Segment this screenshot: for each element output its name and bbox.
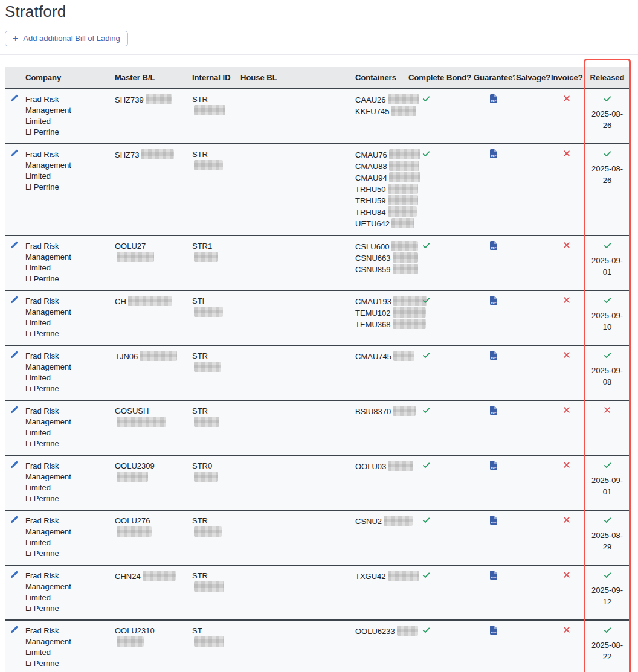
- internal-id-redaction: [194, 472, 218, 482]
- salvage-cell: [515, 235, 550, 290]
- internal-id-text: STR: [192, 516, 208, 525]
- house-bl-cell: [236, 345, 350, 400]
- internal-id-text: STR: [192, 95, 208, 104]
- pdf-file-icon[interactable]: PDF: [490, 243, 497, 252]
- add-bill-of-lading-button[interactable]: + Add additional Bill of Lading: [5, 31, 128, 46]
- container-text: TRHU59: [355, 196, 386, 205]
- house-bl-cell: [236, 290, 350, 345]
- container-line: TEMU102: [355, 307, 402, 319]
- container-text: OOLU6233: [355, 627, 395, 636]
- bond-cell: [445, 290, 472, 345]
- pdf-file-icon[interactable]: PDF: [490, 408, 497, 417]
- master-bl-redaction: [117, 472, 148, 482]
- edit-cell: [5, 89, 21, 144]
- pdf-file-icon[interactable]: PDF: [490, 627, 497, 636]
- released-cell: 2025-08-22: [584, 620, 631, 672]
- table-row: Frad Risk ManagementLimitedLi Perrine OO…: [5, 620, 631, 672]
- pdf-file-icon[interactable]: PDF: [490, 298, 497, 307]
- svg-text:PDF: PDF: [491, 246, 497, 249]
- bond-cell: [445, 510, 472, 565]
- container-redaction: [388, 184, 418, 194]
- company-cell: Frad Risk ManagementLimitedLi Perrine: [21, 235, 110, 290]
- guarantee-cell: PDF: [472, 510, 515, 565]
- released-cell: 2025-09-08: [584, 345, 631, 400]
- bills-table: Company Master B/L Internal ID House BL …: [5, 67, 631, 672]
- container-redaction: [388, 195, 418, 205]
- house-bl-cell: [236, 620, 350, 672]
- internal-id-cell: STR: [187, 144, 236, 235]
- bond-cell: [445, 345, 472, 400]
- released-check-icon: [603, 151, 612, 160]
- master-bl-redaction: [117, 526, 152, 537]
- released-x-icon: [604, 406, 611, 415]
- pdf-file-icon[interactable]: PDF: [490, 462, 497, 472]
- x-icon: [563, 242, 570, 251]
- edit-pencil-icon[interactable]: [10, 406, 18, 417]
- container-text: TEMU368: [355, 320, 391, 329]
- container-text: TXGU42: [355, 572, 386, 581]
- container-line: TXGU42: [355, 571, 402, 582]
- master-bl-cell: OOLU2310: [110, 620, 187, 672]
- container-text: CMAU88: [355, 162, 387, 171]
- edit-pencil-icon[interactable]: [10, 351, 18, 362]
- edit-pencil-icon[interactable]: [10, 626, 18, 637]
- master-bl-cell: CH: [110, 290, 187, 345]
- container-line: TEMU368: [355, 319, 402, 330]
- salvage-cell: [515, 620, 550, 672]
- company-line: Limited: [25, 373, 105, 383]
- master-bl-redaction: [146, 94, 172, 104]
- edit-pencil-icon[interactable]: [10, 461, 18, 472]
- master-bl-text: SHZ739: [115, 95, 144, 104]
- internal-id-cell: STR0: [187, 455, 236, 510]
- internal-id-text: STI: [192, 296, 204, 306]
- company-line: Limited: [25, 427, 105, 438]
- container-redaction: [393, 351, 414, 361]
- pdf-file-icon[interactable]: PDF: [490, 151, 497, 160]
- edit-pencil-icon[interactable]: [10, 241, 18, 252]
- edit-pencil-icon[interactable]: [10, 571, 18, 582]
- pdf-file-icon[interactable]: PDF: [490, 353, 497, 362]
- container-line: TRHU59: [355, 195, 402, 206]
- company-line: Frad Risk Management: [25, 149, 105, 171]
- company-line: Limited: [25, 647, 105, 658]
- container-text: KKFU745: [355, 107, 389, 116]
- edit-pencil-icon[interactable]: [10, 296, 18, 307]
- pdf-file-icon[interactable]: PDF: [490, 96, 497, 105]
- pdf-file-icon[interactable]: PDF: [490, 572, 497, 581]
- svg-text:PDF: PDF: [491, 356, 497, 359]
- container-redaction: [393, 319, 426, 329]
- company-cell: Frad Risk ManagementLimitedLi Perrine: [21, 620, 110, 672]
- check-icon: [422, 462, 431, 472]
- company-line: Frad Risk Management: [25, 406, 105, 427]
- internal-id-cell: STR1: [187, 235, 236, 290]
- internal-id-cell: ST: [187, 620, 236, 672]
- internal-id-cell: STR: [187, 510, 236, 565]
- invoice-cell: [550, 89, 584, 144]
- released-date: 2025-09-01: [590, 255, 625, 278]
- released-date: 2025-08-26: [590, 163, 625, 186]
- check-icon: [422, 572, 431, 581]
- pdf-file-icon[interactable]: PDF: [490, 517, 497, 526]
- containers-cell: CMAU193TEMU102TEMU368: [350, 290, 407, 345]
- edit-pencil-icon[interactable]: [10, 516, 18, 527]
- company-line: Li Perrine: [25, 438, 105, 449]
- invoice-cell: [550, 565, 584, 620]
- company-line: Limited: [25, 537, 105, 548]
- col-header-company: Company: [21, 67, 110, 89]
- check-icon: [422, 151, 431, 160]
- container-text: BSIU8370: [355, 407, 391, 416]
- edit-cell: [5, 345, 21, 400]
- edit-pencil-icon[interactable]: [10, 94, 18, 106]
- company-line: Frad Risk Management: [25, 351, 105, 373]
- company-line: Limited: [25, 263, 105, 274]
- col-header-internal-id: Internal ID: [187, 67, 236, 89]
- internal-id-redaction: [194, 581, 224, 592]
- container-redaction: [391, 241, 418, 251]
- bond-cell: [445, 455, 472, 510]
- col-header-released: Released: [584, 67, 631, 89]
- master-bl-text: OOLU2309: [115, 461, 155, 470]
- containers-cell: CSNU2: [350, 510, 407, 565]
- company-cell: Frad Risk ManagementLimitedLi Perrine: [21, 510, 110, 565]
- edit-pencil-icon[interactable]: [10, 149, 18, 161]
- released-cell: 2025-09-12: [584, 565, 631, 620]
